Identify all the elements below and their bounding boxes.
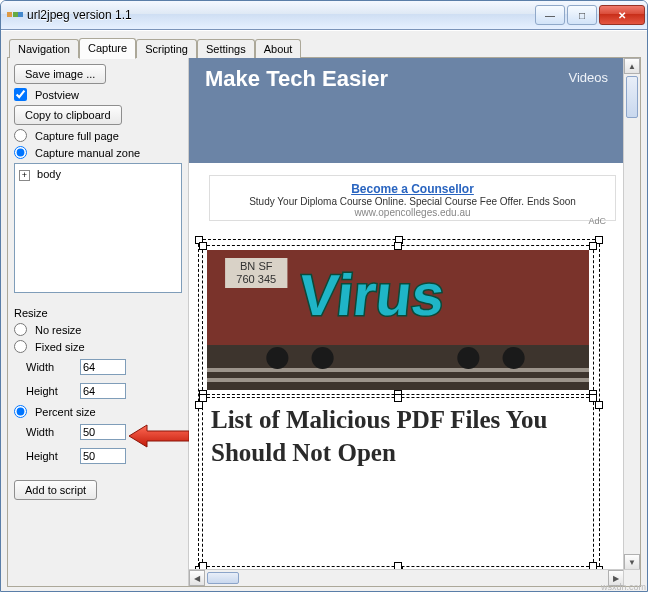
selection-zone[interactable]: BN SF 760 345 Virus (199, 240, 599, 570)
fixed-width-label: Width (26, 361, 76, 373)
no-resize-label: No resize (35, 324, 81, 336)
add-to-script-button[interactable]: Add to script (14, 480, 97, 500)
percent-height-label: Height (26, 450, 76, 462)
percent-size-label: Percent size (35, 406, 96, 418)
svg-point-12 (457, 347, 479, 369)
ad-box[interactable]: Become a Counsellor Study Your Diploma C… (209, 175, 616, 221)
window-title: url2jpeg version 1.1 (27, 8, 535, 22)
horizontal-scrollbar[interactable]: ◀ ▶ (189, 569, 624, 586)
postview-checkbox[interactable] (14, 88, 27, 101)
fixed-height-input[interactable] (80, 383, 126, 399)
tab-navigation[interactable]: Navigation (9, 39, 79, 58)
svg-rect-1 (13, 12, 18, 17)
ad-body: Study Your Diploma Course Online. Specia… (214, 196, 611, 207)
handle-e[interactable] (595, 401, 603, 409)
svg-rect-6 (207, 378, 589, 382)
copy-clipboard-button[interactable]: Copy to clipboard (14, 105, 122, 125)
fixed-width-input[interactable] (80, 359, 126, 375)
scroll-up-button[interactable]: ▲ (624, 58, 640, 74)
percent-width-label: Width (26, 426, 76, 438)
fixed-size-radio[interactable] (14, 340, 27, 353)
percent-width-input[interactable] (80, 424, 126, 440)
handle-img-ne[interactable] (589, 242, 597, 250)
article-image: BN SF 760 345 Virus (207, 250, 589, 390)
tab-settings[interactable]: Settings (197, 39, 255, 58)
preview-pane: Make Tech Easier Videos Become a Counsel… (188, 58, 640, 586)
ad-corner-label: AdC (588, 216, 606, 226)
svg-point-11 (312, 347, 334, 369)
handle-txt-n[interactable] (394, 394, 402, 402)
percent-size-radio[interactable] (14, 405, 27, 418)
app-window: url2jpeg version 1.1 — □ ✕ Navigation Ca… (0, 0, 648, 592)
vscroll-thumb[interactable] (626, 76, 638, 118)
selection-image-region[interactable]: BN SF 760 345 Virus (203, 246, 593, 394)
article-headline: List of Malicious PDF Files You Should N… (203, 398, 593, 475)
capture-zone-label: Capture manual zone (35, 147, 140, 159)
webview[interactable]: Make Tech Easier Videos Become a Counsel… (189, 58, 624, 570)
fixed-height-label: Height (26, 385, 76, 397)
resize-label: Resize (14, 307, 182, 319)
svg-rect-5 (207, 368, 589, 372)
site-banner: Make Tech Easier Videos (189, 58, 624, 163)
handle-w[interactable] (195, 401, 203, 409)
percent-height-input[interactable] (80, 448, 126, 464)
minimize-button[interactable]: — (535, 5, 565, 25)
site-title: Make Tech Easier (205, 66, 388, 92)
svg-point-10 (266, 347, 288, 369)
svg-rect-2 (18, 12, 23, 17)
tree-root-node[interactable]: body (37, 168, 61, 180)
svg-point-13 (503, 347, 525, 369)
svg-text:Virus: Virus (296, 262, 448, 327)
handle-txt-nw[interactable] (199, 394, 207, 402)
tab-capture[interactable]: Capture (79, 38, 136, 59)
nav-link-videos[interactable]: Videos (568, 70, 608, 85)
capture-zone-radio[interactable] (14, 146, 27, 159)
tab-about[interactable]: About (255, 39, 302, 58)
handle-txt-ne[interactable] (589, 394, 597, 402)
fixed-size-label: Fixed size (35, 341, 85, 353)
capture-panel: Save image ... Postview Copy to clipboar… (8, 58, 188, 586)
selection-text-region[interactable]: List of Malicious PDF Files You Should N… (203, 398, 593, 566)
svg-rect-4 (207, 345, 589, 390)
titlebar[interactable]: url2jpeg version 1.1 — □ ✕ (1, 1, 647, 30)
tab-scripting[interactable]: Scripting (136, 39, 197, 58)
vertical-scrollbar[interactable]: ▲ ▼ (623, 58, 640, 570)
tree-expand-icon[interactable]: + (19, 170, 30, 181)
watermark: wsxdn.com (601, 582, 646, 592)
scroll-left-button[interactable]: ◀ (189, 570, 205, 586)
svg-text:BN SF: BN SF (240, 260, 273, 272)
capture-full-radio[interactable] (14, 129, 27, 142)
save-image-button[interactable]: Save image ... (14, 64, 106, 84)
maximize-button[interactable]: □ (567, 5, 597, 25)
dom-tree[interactable]: + body (14, 163, 182, 293)
tab-bar: Navigation Capture Scripting Settings Ab… (7, 35, 641, 58)
capture-full-label: Capture full page (35, 130, 119, 142)
svg-rect-0 (7, 12, 12, 17)
hscroll-thumb[interactable] (207, 572, 239, 584)
ad-headline[interactable]: Become a Counsellor (214, 182, 611, 196)
no-resize-radio[interactable] (14, 323, 27, 336)
close-button[interactable]: ✕ (599, 5, 645, 25)
scroll-down-button[interactable]: ▼ (624, 554, 640, 570)
svg-text:760 345: 760 345 (236, 273, 276, 285)
app-icon (7, 7, 23, 23)
handle-img-nw[interactable] (199, 242, 207, 250)
ad-url: www.opencolleges.edu.au (214, 207, 611, 218)
handle-img-n[interactable] (394, 242, 402, 250)
postview-label: Postview (35, 89, 79, 101)
